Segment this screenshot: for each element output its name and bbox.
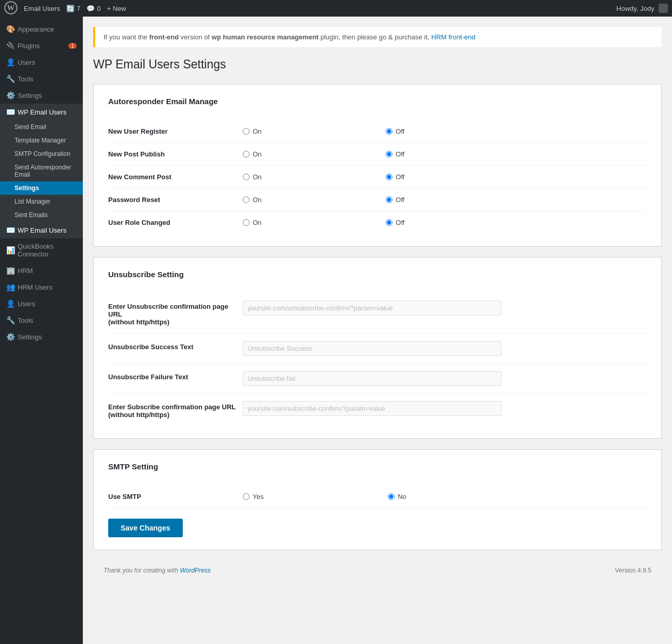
password-reset-on-option[interactable]: On <box>243 196 261 204</box>
unsubscribe-section: Unsubscribe Setting Enter Unsubscribe co… <box>93 257 662 439</box>
password-reset-off-radio[interactable] <box>386 196 392 203</box>
template-manager-label: Template Manager <box>14 137 66 144</box>
user-role-changed-row: User Role Changed On Off <box>108 211 647 234</box>
new-post-publish-on-option[interactable]: On <box>243 150 261 158</box>
unsubscribe-url-input[interactable] <box>243 300 502 316</box>
use-smtp-no-label: No <box>398 493 406 500</box>
new-comment-post-off-option[interactable]: Off <box>386 173 404 181</box>
unsubscribe-url-label: Enter Unsubscribe confirmation page URL(… <box>108 300 243 326</box>
sidebar-item-send-email[interactable]: Send Email <box>0 120 83 134</box>
user-role-changed-on-radio[interactable] <box>243 219 250 226</box>
unsubscribe-url-field <box>243 300 502 316</box>
new-comment-post-off-label: Off <box>396 173 404 181</box>
sidebar-item-users-label: Users <box>18 59 35 66</box>
sidebar-item-settings[interactable]: ⚙️ Settings <box>0 87 83 104</box>
password-reset-radio-group: On Off <box>243 196 647 204</box>
new-user-register-on-option[interactable]: On <box>243 127 261 135</box>
admin-bar-right: Howdy, Jody <box>617 4 668 13</box>
sidebar-item-wp-email-users-bottom[interactable]: ✉️ WP Email Users <box>0 222 83 238</box>
sidebar-item-send-autoresponder-email[interactable]: Send Autoresponder Email <box>0 161 83 181</box>
sidebar-item-hrm[interactable]: 🏢 HRM <box>0 262 83 279</box>
use-smtp-no-radio[interactable] <box>388 493 395 500</box>
admin-bar: W Email Users 🔄 7 💬 0 + New Howdy, Jody <box>0 0 672 17</box>
site-name[interactable]: Email Users <box>24 5 60 12</box>
sidebar-item-wp-email-users[interactable]: ✉️ WP Email Users <box>0 104 83 120</box>
sidebar-item-tools-bottom[interactable]: 🔧 Tools <box>0 312 83 328</box>
new-post-publish-on-radio[interactable] <box>243 151 250 158</box>
sidebar-item-sent-emails[interactable]: Sent Emails <box>0 208 83 222</box>
new-user-register-row: New User Register On Off <box>108 120 647 143</box>
page-title: WP Email Users Settings <box>93 58 662 71</box>
hrm-users-icon: 👥 <box>6 283 13 291</box>
comments-item[interactable]: 💬 0 <box>86 5 100 12</box>
new-comment-post-row: New Comment Post On Off <box>108 166 647 189</box>
sidebar-item-quickbooks[interactable]: 📊 QuickBooks Connector <box>0 238 83 262</box>
new-user-register-on-radio[interactable] <box>243 128 250 135</box>
comments-count: 0 <box>97 5 100 12</box>
autoresponder-section: Autoresponder Email Manage New User Regi… <box>93 84 662 247</box>
updates-icon: 🔄 <box>66 5 75 12</box>
new-comment-post-on-radio[interactable] <box>243 174 250 180</box>
plugin-notice: If you want the front-end version of wp … <box>93 27 662 47</box>
unsubscribe-success-input[interactable] <box>243 341 502 356</box>
new-comment-post-radio-group: On Off <box>243 173 647 181</box>
sidebar-item-appearance[interactable]: 🎨 Appearance <box>0 21 83 37</box>
new-post-publish-off-radio[interactable] <box>386 151 392 158</box>
tools-bottom-label: Tools <box>18 317 33 324</box>
sidebar-item-hrm-users[interactable]: 👥 HRM Users <box>0 279 83 295</box>
plugins-icon: 🔌 <box>6 41 13 50</box>
sidebar-item-plugins-label: Plugins <box>18 42 40 50</box>
new-comment-post-off-radio[interactable] <box>386 174 392 180</box>
send-email-label: Send Email <box>14 123 46 131</box>
users-bottom-icon: 👤 <box>6 299 13 308</box>
new-content-button[interactable]: + New <box>107 5 126 12</box>
notice-text-middle1: version of <box>181 33 212 41</box>
footer-wordpress-link[interactable]: WordPress <box>180 567 210 574</box>
use-smtp-yes-radio[interactable] <box>243 493 250 500</box>
sidebar-item-template-manager[interactable]: Template Manager <box>0 134 83 147</box>
admin-sidebar: 🎨 Appearance 🔌 Plugins 1 👤 Users 🔧 Tools… <box>0 17 83 644</box>
new-post-publish-row: New Post Publish On Off <box>108 143 647 166</box>
sidebar-item-settings-submenu[interactable]: Settings <box>0 181 83 195</box>
user-role-changed-on-option[interactable]: On <box>243 219 261 226</box>
sidebar-submenu: Send Email Template Manager SMTP Configu… <box>0 120 83 222</box>
unsubscribe-failure-input[interactable] <box>243 371 502 386</box>
footer-version: Version 4.9.5 <box>615 567 651 574</box>
use-smtp-no-option[interactable]: No <box>388 493 406 500</box>
smtp-configuration-label: SMTP Configuration <box>14 150 70 158</box>
user-role-changed-off-radio[interactable] <box>386 219 392 226</box>
new-post-publish-off-option[interactable]: Off <box>386 150 404 158</box>
password-reset-off-option[interactable]: Off <box>386 196 404 204</box>
new-user-register-off-option[interactable]: Off <box>386 127 404 135</box>
use-smtp-yes-option[interactable]: Yes <box>243 493 264 500</box>
sidebar-item-tools[interactable]: 🔧 Tools <box>0 70 83 87</box>
sidebar-item-plugins[interactable]: 🔌 Plugins 1 <box>0 37 83 54</box>
footer-left: Thank you for creating with WordPress <box>104 567 211 574</box>
sidebar-item-users[interactable]: 👤 Users <box>0 54 83 70</box>
unsubscribe-failure-label: Unsubscribe Failure Text <box>108 371 243 381</box>
user-role-changed-off-option[interactable]: Off <box>386 219 404 226</box>
subscribe-url-field <box>243 401 502 416</box>
comments-icon: 💬 <box>86 5 95 12</box>
unsubscribe-success-field <box>243 341 502 356</box>
sidebar-item-settings-bottom[interactable]: ⚙️ Settings <box>0 328 83 345</box>
hrm-label: HRM <box>18 267 33 275</box>
sidebar-item-users-bottom[interactable]: 👤 Users <box>0 295 83 312</box>
subscribe-url-input[interactable] <box>243 401 502 416</box>
sidebar-item-wp-email-users-label: WP Email Users <box>18 108 66 116</box>
sidebar-item-smtp-configuration[interactable]: SMTP Configuration <box>0 147 83 161</box>
new-user-register-off-radio[interactable] <box>386 128 392 135</box>
new-comment-post-on-option[interactable]: On <box>243 173 261 181</box>
user-role-changed-on-label: On <box>253 219 261 226</box>
updates-item[interactable]: 🔄 7 <box>66 5 80 12</box>
sidebar-item-list-manager[interactable]: List Manager <box>0 195 83 208</box>
save-changes-button[interactable]: Save Changes <box>108 519 183 537</box>
password-reset-off-label: Off <box>396 196 404 204</box>
users-icon: 👤 <box>6 58 13 66</box>
password-reset-on-radio[interactable] <box>243 196 250 203</box>
notice-link[interactable]: HRM front-end <box>431 33 475 41</box>
autoresponder-section-title: Autoresponder Email Manage <box>108 97 647 110</box>
user-role-changed-label: User Role Changed <box>108 219 243 226</box>
settings-submenu-label: Settings <box>14 184 39 192</box>
sidebar-item-appearance-label: Appearance <box>18 25 54 33</box>
